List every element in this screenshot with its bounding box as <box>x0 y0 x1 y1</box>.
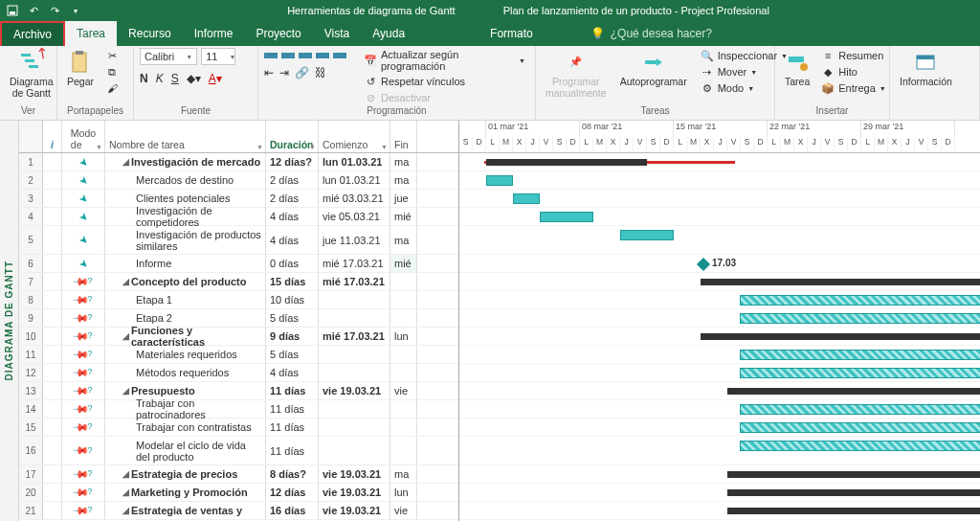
col-duration[interactable]: Duración▼ <box>266 121 319 152</box>
tab-file[interactable]: Archivo <box>0 21 65 46</box>
cell-info[interactable] <box>43 328 62 345</box>
cell-finish[interactable]: vie <box>390 382 417 399</box>
cell-mode[interactable]: 📌 <box>62 382 105 399</box>
manual-bar[interactable] <box>740 368 980 378</box>
underline-button[interactable]: S <box>171 72 179 85</box>
task-row[interactable]: 1➤◢Investigación de mercado12 días?lun 0… <box>19 153 458 171</box>
progress-buttons[interactable] <box>264 48 350 61</box>
task-row[interactable]: 5➤Investigación de productos similares4 … <box>19 226 458 255</box>
font-size-dropdown[interactable]: 11▼ <box>201 48 235 65</box>
cell-info[interactable] <box>43 502 62 519</box>
cell-mode[interactable]: 📌 <box>62 419 105 436</box>
manual-bar[interactable] <box>740 350 980 360</box>
collapse-icon[interactable]: ◢ <box>122 469 129 479</box>
copy-button[interactable]: ⧉ <box>101 64 122 79</box>
cell-finish[interactable] <box>390 291 417 308</box>
cell-info[interactable] <box>43 208 62 225</box>
cell-finish[interactable]: mié <box>390 208 417 225</box>
row-number[interactable]: 16 <box>19 437 43 464</box>
cell-name[interactable]: ◢Concepto del producto <box>105 273 266 290</box>
update-schedule-button[interactable]: 📅Actualizar según programación ▼ <box>360 48 529 73</box>
collapse-icon[interactable]: ◢ <box>122 331 129 341</box>
row-number[interactable]: 20 <box>19 484 43 501</box>
cell-duration[interactable]: 8 días? <box>266 465 319 483</box>
cell-mode[interactable]: 📌 <box>62 309 105 327</box>
cell-info[interactable] <box>43 382 62 399</box>
format-painter-button[interactable]: 🖌 <box>101 80 122 96</box>
col-info[interactable]: i <box>43 121 62 152</box>
tab-task[interactable]: Tarea <box>65 21 117 46</box>
unlink-button[interactable]: ⛓ <box>315 66 326 79</box>
task-row[interactable]: 21📌◢Estrategia de ventas y16 díasvie 19.… <box>19 502 458 520</box>
task-row[interactable]: 20📌◢Marketing y Promoción12 díasvie 19.0… <box>19 484 458 502</box>
task-row[interactable]: 8📌Etapa 110 días <box>19 291 458 309</box>
collapse-icon[interactable]: ◢ <box>122 277 129 286</box>
save-icon[interactable] <box>6 4 19 17</box>
task-row[interactable]: 14📌Trabajar con patrocinadores11 días <box>19 400 458 419</box>
cell-start[interactable]: mié 17.03.21 <box>319 255 390 272</box>
view-side-label[interactable]: DIAGRAMA DE GANTT <box>0 121 19 521</box>
cell-mode[interactable]: 📌 <box>62 328 105 345</box>
cell-duration[interactable]: 11 días <box>266 437 319 464</box>
manual-bar[interactable] <box>740 313 980 324</box>
indent-button[interactable]: ⇥ <box>279 66 289 79</box>
cell-mode[interactable]: ➤ <box>62 226 105 254</box>
cell-finish[interactable]: jue <box>390 190 417 207</box>
cell-info[interactable] <box>43 291 62 308</box>
cell-name[interactable]: Informe <box>105 255 266 272</box>
cell-mode[interactable]: ➤ <box>62 153 105 170</box>
cell-duration[interactable]: 4 días <box>266 364 319 381</box>
cell-finish[interactable] <box>390 419 417 436</box>
task-row[interactable]: 17📌◢Estrategia de precios8 días?vie 19.0… <box>19 465 458 484</box>
task-row[interactable]: 11📌Materiales requeridos5 días <box>19 346 458 364</box>
cell-duration[interactable]: 10 días <box>266 291 319 308</box>
row-number[interactable]: 2 <box>19 171 43 189</box>
cell-start[interactable]: vie 19.03.21 <box>319 382 390 399</box>
col-name[interactable]: Nombre de tarea▼ <box>105 121 266 152</box>
cell-info[interactable] <box>43 364 62 381</box>
respect-links-button[interactable]: ↺Respetar vínculos <box>360 74 529 89</box>
task-row[interactable]: 2➤Mercados de destino2 díaslun 01.03.21m… <box>19 171 458 190</box>
manual-schedule-button[interactable]: 📌 Programar manualmente <box>542 48 611 101</box>
italic-button[interactable]: K <box>156 72 164 85</box>
row-number[interactable]: 21 <box>19 502 43 519</box>
cell-info[interactable] <box>43 190 62 207</box>
manual-bar[interactable] <box>740 404 980 415</box>
row-number[interactable]: 5 <box>19 226 43 254</box>
cell-start[interactable]: vie 19.03.21 <box>319 502 390 519</box>
cell-duration[interactable]: 2 días <box>266 190 319 207</box>
cell-mode[interactable]: ➤ <box>62 190 105 207</box>
tab-format[interactable]: Formato <box>479 21 545 46</box>
cell-duration[interactable]: 11 días <box>266 400 319 418</box>
task-bar[interactable] <box>513 193 540 204</box>
cell-start[interactable] <box>319 419 390 436</box>
cell-start[interactable]: lun 01.03.21 <box>319 171 390 189</box>
row-number[interactable]: 13 <box>19 382 43 399</box>
cell-mode[interactable]: ➤ <box>62 171 105 189</box>
outdent-button[interactable]: ⇤ <box>264 66 274 79</box>
summary-bar[interactable] <box>701 279 980 285</box>
cell-name[interactable]: ◢Estrategia de ventas y <box>105 502 266 519</box>
cell-mode[interactable]: 📌 <box>62 273 105 290</box>
cell-name[interactable]: Trabajar con contratistas <box>105 419 266 436</box>
row-number[interactable]: 12 <box>19 364 43 381</box>
cell-info[interactable] <box>43 226 62 254</box>
cell-start[interactable]: vie 05.03.21 <box>319 208 390 225</box>
task-row[interactable]: 16📌Modelar el ciclo de vida del producto… <box>19 437 458 465</box>
cell-name[interactable]: Materiales requeridos <box>105 346 266 363</box>
tab-resource[interactable]: Recurso <box>117 21 183 46</box>
tab-help[interactable]: Ayuda <box>361 21 416 46</box>
cell-name[interactable]: ◢Estrategia de precios <box>105 465 266 483</box>
task-insert-button[interactable]: Tarea <box>781 48 813 90</box>
cell-duration[interactable]: 0 días <box>266 255 319 272</box>
cell-name[interactable]: Modelar el ciclo de vida del producto <box>105 437 266 464</box>
cell-duration[interactable]: 2 días <box>266 171 319 189</box>
milestone-marker[interactable] <box>697 258 710 271</box>
row-number[interactable]: 4 <box>19 208 43 225</box>
cell-finish[interactable]: ma <box>390 465 417 483</box>
cell-duration[interactable]: 15 días <box>266 273 319 290</box>
cell-finish[interactable]: ma <box>390 171 417 189</box>
task-bar[interactable] <box>540 212 593 222</box>
cell-info[interactable] <box>43 346 62 363</box>
row-number[interactable]: 15 <box>19 419 43 436</box>
